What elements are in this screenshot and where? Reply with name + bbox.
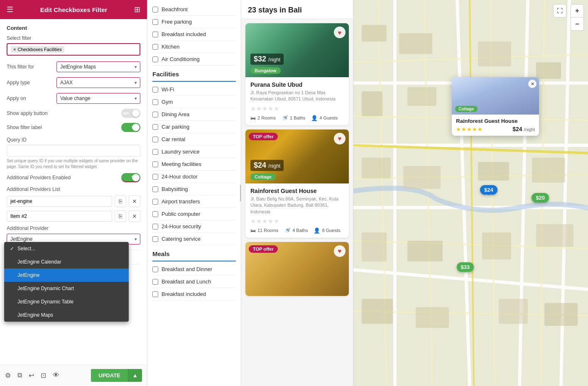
update-arrow-button[interactable]: ▲ bbox=[128, 369, 142, 382]
filter-tag[interactable]: × Checkboxes Facilities bbox=[11, 46, 64, 53]
dropdown-item-calendar[interactable]: ✓ JetEngine Calendar bbox=[4, 255, 129, 269]
checkbox-free-parking-input[interactable] bbox=[152, 19, 158, 25]
map-zoom-out-button[interactable]: − bbox=[571, 17, 584, 31]
svg-rect-18 bbox=[362, 25, 387, 42]
hotel-card-1: ♥ $32 /night Bungalow Purana Suite Ubud … bbox=[245, 23, 349, 125]
checkbox-breakfast-included-meals-input[interactable] bbox=[152, 291, 158, 297]
popup-hotel-image: ✕ Cottage bbox=[452, 77, 539, 115]
dropdown-item-jetengine[interactable]: ✓ JetEngine bbox=[4, 269, 129, 282]
show-filter-label-toggle[interactable]: YES bbox=[121, 123, 140, 132]
apply-type-select[interactable]: AJAX bbox=[56, 77, 140, 88]
checkbox-gym[interactable]: Gym bbox=[152, 96, 236, 108]
checkbox-public-computer[interactable]: Public computer bbox=[152, 208, 236, 220]
undo-bottom-icon[interactable]: ↩ bbox=[29, 371, 34, 379]
bath-icon-1: 🚿 bbox=[282, 115, 288, 121]
hotel-2-price-unit: /night bbox=[268, 163, 280, 169]
eye-bottom-icon[interactable]: 👁 bbox=[53, 371, 59, 379]
copy-provider-2-button[interactable]: ⎘ bbox=[115, 210, 126, 222]
checkbox-gym-input[interactable] bbox=[152, 99, 158, 105]
map-zoom-in-button[interactable]: + bbox=[571, 4, 584, 17]
hotel-3-favorite-button[interactable]: ♥ bbox=[334, 245, 345, 257]
checkbox-24-hour-security[interactable]: 24-Hour security bbox=[152, 220, 236, 233]
checkbox-breakfast-lunch-label: Breakfast and Lunch bbox=[162, 279, 211, 285]
provider-1-input[interactable] bbox=[7, 196, 112, 207]
map-pin-33[interactable]: $33 bbox=[457, 262, 474, 272]
checkbox-wifi[interactable]: Wi-Fi bbox=[152, 83, 236, 96]
hotel-2-favorite-button[interactable]: ♥ bbox=[334, 133, 345, 144]
checkbox-24-hour-security-label: 24-Hour security bbox=[162, 223, 201, 230]
checkbox-laundry-service[interactable]: Laundry service bbox=[152, 146, 236, 158]
hotel-1-guests: 👤 4 Guests bbox=[311, 115, 338, 121]
checkbox-car-parking[interactable]: Car parking bbox=[152, 121, 236, 133]
meals-section-title: Meals bbox=[152, 245, 236, 261]
this-filter-for-select[interactable]: JetEngine Maps bbox=[56, 61, 140, 72]
additional-providers-enabled-toggle[interactable]: YES bbox=[121, 173, 140, 182]
hamburger-icon[interactable]: ☰ bbox=[7, 5, 13, 14]
checkbox-24-hour-doctor-input[interactable] bbox=[152, 174, 158, 180]
checkbox-meeting-facilities-input[interactable] bbox=[152, 161, 158, 167]
map-expand-button[interactable]: ⛶ bbox=[553, 4, 566, 17]
provider-2-input[interactable] bbox=[7, 211, 112, 222]
checkbox-beachfront[interactable]: Beachfront bbox=[152, 3, 236, 16]
query-id-input[interactable] bbox=[7, 145, 140, 156]
checkbox-24-hour-security-input[interactable] bbox=[152, 224, 158, 230]
checkbox-babysitting-input[interactable] bbox=[152, 186, 158, 192]
additional-providers-section: Additional Providers Enabled YES Additio… bbox=[7, 173, 140, 244]
dropdown-item-maps[interactable]: ✓ JetEngine Maps bbox=[4, 308, 129, 322]
checkbox-24-hour-doctor[interactable]: 24-Hour doctor bbox=[152, 171, 236, 183]
hotel-1-favorite-button[interactable]: ♥ bbox=[334, 27, 345, 38]
guest-icon-2: 👤 bbox=[314, 227, 320, 234]
checkbox-breakfast-lunch-input[interactable] bbox=[152, 279, 158, 285]
checkbox-public-computer-input[interactable] bbox=[152, 211, 158, 217]
checkbox-kitchen[interactable]: Kitchen bbox=[152, 41, 236, 53]
checkbox-wifi-input[interactable] bbox=[152, 87, 158, 93]
checkbox-air-conditioning-input[interactable] bbox=[152, 56, 158, 62]
checkbox-kitchen-input[interactable] bbox=[152, 44, 158, 50]
checkbox-airport-transfers[interactable]: Airport transfers bbox=[152, 195, 236, 208]
checkbox-beachfront-input[interactable] bbox=[152, 7, 158, 12]
checkbox-meeting-facilities[interactable]: Meeting facilities bbox=[152, 158, 236, 171]
checkbox-breakfast-dinner-input[interactable] bbox=[152, 266, 158, 272]
map-pin-20[interactable]: $20 bbox=[532, 193, 549, 203]
content-section-label: Content bbox=[7, 25, 140, 31]
hotel-1-name: Purana Suite Ubud bbox=[250, 81, 344, 88]
remove-provider-1-button[interactable]: ✕ bbox=[129, 195, 140, 207]
dropdown-item-select[interactable]: ✓ Select... bbox=[4, 242, 129, 255]
dropdown-item-dynamic-table[interactable]: ✓ JetEngine Dynamic Table bbox=[4, 295, 129, 308]
checkbox-breakfast-lunch[interactable]: Breakfast and Lunch bbox=[152, 276, 236, 288]
gear-bottom-icon[interactable]: ⚙ bbox=[5, 371, 11, 379]
checkbox-car-rental-input[interactable] bbox=[152, 137, 158, 142]
checkbox-car-parking-input[interactable] bbox=[152, 124, 158, 130]
collapse-handle[interactable]: ‹ bbox=[240, 185, 241, 201]
guest-icon-1: 👤 bbox=[311, 115, 318, 121]
checkbox-catering-service[interactable]: Catering service bbox=[152, 233, 236, 245]
checkbox-wifi-label: Wi-Fi bbox=[162, 86, 174, 93]
checkbox-car-rental[interactable]: Car rental bbox=[152, 133, 236, 146]
checkbox-airport-transfers-input[interactable] bbox=[152, 199, 158, 205]
filter-tag-input[interactable]: × Checkboxes Facilities bbox=[7, 43, 140, 56]
update-button[interactable]: UPDATE bbox=[91, 369, 127, 382]
checkbox-free-parking[interactable]: Free parking bbox=[152, 16, 236, 28]
checkbox-breakfast-included-meals[interactable]: Breakfast included bbox=[152, 288, 236, 300]
checkbox-breakfast-dinner[interactable]: Breakfast and Dinner bbox=[152, 263, 236, 276]
checkbox-laundry-service-input[interactable] bbox=[152, 149, 158, 155]
responsive-bottom-icon[interactable]: ⊡ bbox=[41, 371, 46, 379]
checkbox-catering-service-input[interactable] bbox=[152, 236, 158, 242]
apply-on-select[interactable]: Value change bbox=[56, 93, 140, 104]
checkbox-dining-area-input[interactable] bbox=[152, 112, 158, 117]
remove-provider-2-button[interactable]: ✕ bbox=[129, 210, 140, 222]
checkbox-breakfast-included-top[interactable]: Breakfast included bbox=[152, 28, 236, 41]
filter-tag-close-icon[interactable]: × bbox=[13, 47, 16, 52]
dropdown-item-dynamic-chart[interactable]: ✓ JetEngine Dynamic Chart bbox=[4, 282, 129, 295]
checkbox-babysitting[interactable]: Babysitting bbox=[152, 183, 236, 195]
show-apply-button-toggle[interactable]: NO bbox=[121, 109, 140, 118]
checkbox-breakfast-included-top-input[interactable] bbox=[152, 32, 158, 37]
query-id-row: Query ID Set unique query ID if you use … bbox=[7, 137, 140, 170]
copy-provider-1-button[interactable]: ⎘ bbox=[115, 195, 126, 207]
grid-icon[interactable]: ⊞ bbox=[134, 5, 140, 14]
layers-bottom-icon[interactable]: ⧉ bbox=[17, 371, 22, 379]
checkbox-air-conditioning[interactable]: Air Conditioning bbox=[152, 53, 236, 66]
map-pin-24[interactable]: $24 bbox=[480, 185, 497, 195]
popup-stars-row: ★★★★★ $24 /night bbox=[456, 126, 535, 132]
checkbox-dining-area[interactable]: Dining Area bbox=[152, 108, 236, 121]
